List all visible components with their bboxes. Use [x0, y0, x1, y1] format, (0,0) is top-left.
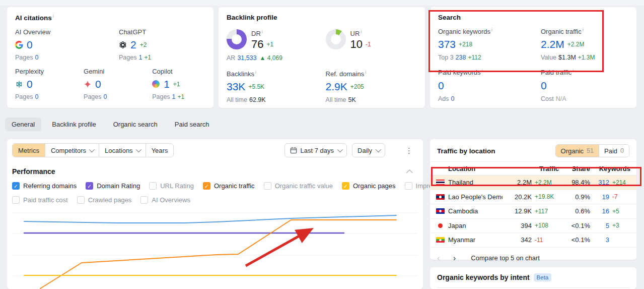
backlinks-value[interactable]: 33K	[227, 81, 245, 93]
pages-count[interactable]: 0	[104, 93, 107, 100]
metric-toggle-organic-traffic[interactable]: Organic traffic	[203, 182, 255, 190]
ai-citation-count[interactable]: 0	[27, 39, 33, 51]
organic-keywords-label: Organic keywordsi	[438, 27, 541, 35]
metric-toggle-ai-overviews[interactable]: AI Overviews	[140, 196, 190, 204]
tab-general[interactable]: General	[5, 118, 41, 131]
backlinks-block: Backlinksi 33K+5.5K All time62.9K	[227, 70, 326, 103]
checkbox-icon	[203, 182, 210, 190]
ai-citation-count[interactable]: 1	[164, 78, 170, 90]
dr-donut-chart	[227, 29, 247, 49]
tab-organic-search[interactable]: Organic search	[107, 118, 164, 131]
ur-value: 10	[350, 38, 363, 51]
paid-keywords-value[interactable]: 0	[438, 80, 444, 92]
keywords-count[interactable]: 19	[593, 193, 609, 201]
table-row[interactable]: Myanmar342-11<0.1%3	[430, 233, 636, 248]
pages-label: Pages	[119, 54, 136, 61]
pages-label: Pages	[15, 93, 33, 100]
tab-backlink-profile[interactable]: Backlink profile	[45, 118, 102, 131]
performance-line-chart[interactable]	[7, 212, 423, 289]
metric-toggle-url-rating[interactable]: URL Rating	[149, 182, 194, 190]
ai-citation-item: AI Overview0Pages0	[15, 28, 119, 61]
chevron-down-icon	[376, 147, 381, 152]
ref-domains-value[interactable]: 2.9K	[326, 81, 347, 93]
table-row[interactable]: Japan394+108<0.1%5+3	[430, 219, 636, 234]
ai-citation-count[interactable]: 0	[27, 78, 33, 90]
ai-value-row: 2+2	[119, 39, 205, 51]
segment-locations[interactable]: Locations	[99, 144, 146, 157]
card-title: Search	[438, 14, 628, 21]
cambodia-flag	[436, 208, 445, 214]
ai-source-label: Copilot	[152, 68, 205, 75]
info-icon: i	[491, 27, 492, 32]
traffic-change: +2.2M	[535, 179, 559, 186]
ai-citation-item: Perplexity0Pages0	[15, 68, 84, 100]
next-page-icon[interactable]: ›	[453, 254, 456, 262]
metric-toggle-referring-domains[interactable]: Referring domains	[12, 182, 77, 190]
organic-keywords-value[interactable]: 373	[438, 38, 456, 50]
keywords-count[interactable]: 312	[593, 179, 609, 186]
info-icon: i	[255, 70, 256, 75]
collapse-chevron-icon[interactable]	[406, 169, 413, 176]
traffic-value: 394	[506, 222, 532, 229]
keywords-count[interactable]: 16	[593, 207, 609, 215]
copilot-icon	[152, 80, 160, 88]
metric-toggle-organic-pages[interactable]: Organic pages	[342, 182, 396, 190]
pages-label: Pages	[84, 93, 101, 100]
metric-toggle-organic-traffic-value[interactable]: Organic traffic value	[264, 182, 333, 190]
ai-citation-count[interactable]: 2	[130, 39, 136, 51]
metric-toggle-crawled-pages[interactable]: Crawled pages	[77, 196, 132, 204]
share-value: 0.6%	[562, 207, 590, 215]
segment-competitors[interactable]: Competitors	[45, 144, 99, 157]
metric-toggle-paid-traffic-cost[interactable]: Paid traffic cost	[12, 196, 68, 204]
metric-toggle-domain-rating[interactable]: Domain Rating	[86, 182, 140, 190]
traffic-value: 12.9K	[506, 207, 532, 215]
laos-flag	[436, 194, 445, 200]
segment-metrics[interactable]: Metrics	[13, 144, 45, 157]
ai-citation-item: ChatGPT2+2Pages1+1	[119, 28, 205, 61]
share-value: <0.1%	[562, 222, 590, 229]
keywords-change: +3	[612, 222, 630, 229]
tab-paid-search[interactable]: Paid search	[168, 118, 216, 131]
divider	[437, 287, 629, 288]
toggle-paid[interactable]: Paid0	[599, 145, 629, 157]
ar-value[interactable]: 31,533	[237, 54, 256, 62]
gemini-icon	[84, 80, 92, 88]
paid-traffic-value[interactable]: 0	[541, 80, 547, 92]
pages-count[interactable]: 1	[138, 54, 142, 61]
pages-count[interactable]: 1	[172, 93, 176, 100]
chatgpt-icon	[119, 41, 127, 49]
segment-years[interactable]: Years	[146, 144, 174, 157]
google-icon	[15, 41, 23, 49]
ai-pages-row: Pages1+1	[119, 54, 205, 61]
ai-citations-card: AI citationsi AI Overview0Pages0ChatGPT2…	[7, 7, 213, 108]
ref-domains-label: Ref. domainsi	[326, 70, 417, 78]
date-range-button[interactable]: Last 7 days	[284, 143, 347, 157]
checkbox-icon	[264, 182, 271, 190]
ai-source-label: AI Overview	[15, 28, 119, 36]
granularity-button[interactable]: Daily	[352, 143, 385, 157]
ref-domains-alltime: All time5K	[326, 96, 417, 103]
pages-count[interactable]: 0	[35, 54, 38, 61]
calendar-icon	[290, 147, 297, 154]
organic-traffic-value[interactable]: 2.2M	[541, 38, 564, 50]
compare-top5-link[interactable]: Compare top 5 on chart	[471, 254, 540, 262]
ur-change: -1	[366, 41, 371, 48]
keywords-count[interactable]: 3	[593, 236, 609, 244]
prev-page-icon[interactable]: ‹	[437, 254, 440, 262]
table-row[interactable]: Thailand2.2M+2.2M98.4%312+214	[430, 176, 636, 190]
ai-citation-change: +1	[173, 81, 180, 88]
kebab-menu-icon[interactable]: ⋮	[405, 147, 413, 154]
keywords-count[interactable]: 5	[593, 222, 609, 229]
traffic-change: +108	[535, 222, 559, 229]
table-row[interactable]: Cambodia12.9K+1170.6%16+5	[430, 204, 636, 219]
table-row[interactable]: Lao People's Democratic Reput20.2K+19.8K…	[430, 190, 636, 205]
location-table-body: Thailand2.2M+2.2M98.4%312+214Lao People'…	[430, 176, 636, 248]
info-icon: i	[573, 68, 574, 73]
metric-label: Domain Rating	[97, 182, 140, 190]
metric-label: Referring domains	[23, 182, 77, 190]
pages-count[interactable]: 0	[35, 93, 38, 100]
share-value: 98.4%	[562, 179, 590, 186]
toggle-organic[interactable]: Organic51	[556, 145, 599, 157]
ai-citation-count[interactable]: 0	[95, 78, 101, 90]
traffic-by-location-title: Traffic by location	[437, 147, 495, 155]
